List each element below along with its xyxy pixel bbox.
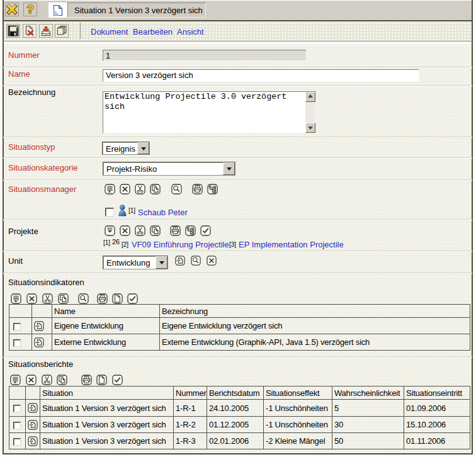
svg-text:?: ? — [26, 3, 34, 16]
